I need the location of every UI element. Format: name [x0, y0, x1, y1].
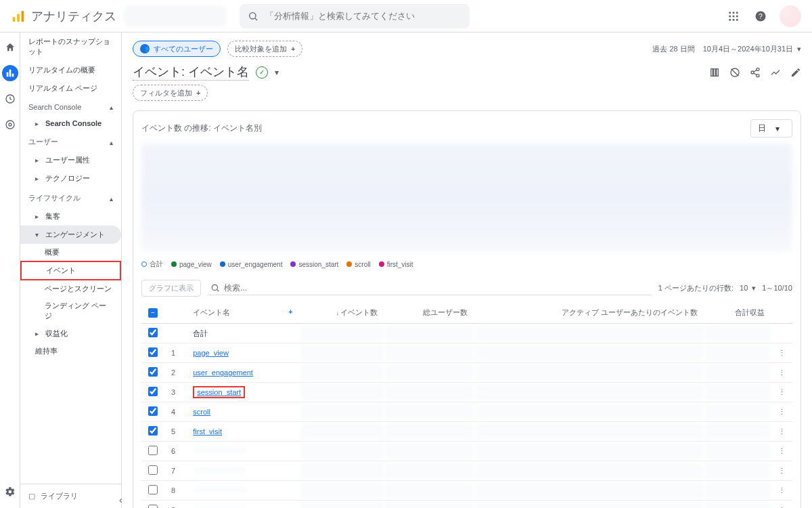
svg-point-27: [751, 71, 754, 74]
legend-page-view[interactable]: page_view: [171, 259, 212, 269]
col-total-revenue[interactable]: 合計収益: [704, 302, 771, 324]
date-range-picker[interactable]: 10月4日～2024年10月31日▾: [703, 44, 801, 54]
row-checkbox[interactable]: [148, 406, 158, 416]
add-dimension-icon[interactable]: +: [288, 308, 292, 316]
row-checkbox[interactable]: [148, 387, 158, 396]
sidebar-tech[interactable]: ▸テクノロジー: [20, 169, 121, 188]
row-checkbox[interactable]: [148, 465, 158, 475]
segment-all-users[interactable]: 👥 すべてのユーザー: [133, 41, 221, 57]
global-search[interactable]: [240, 4, 470, 28]
checkbox-mixed-icon[interactable]: −: [148, 308, 158, 318]
sidebar-engagement[interactable]: ▾エンゲージメント: [20, 226, 121, 244]
sidebar-snapshot[interactable]: レポートのスナップショット: [20, 33, 121, 61]
col-event-count[interactable]: ↓イベント数: [300, 302, 385, 324]
page-title[interactable]: イベント: イベント名: [133, 64, 249, 81]
chart-legend: 合計 page_view user_engagement session_sta…: [141, 257, 792, 274]
sidebar-library[interactable]: ▢ ライブラリ: [20, 484, 121, 508]
legend-first-visit[interactable]: first_visit: [379, 259, 413, 269]
share-icon[interactable]: [750, 67, 761, 78]
svg-point-11: [729, 18, 731, 20]
legend-session-start[interactable]: session_start: [290, 259, 338, 269]
sidebar-realtime-pages[interactable]: リアルタイム ページ: [20, 79, 121, 98]
sidebar-pages-screens[interactable]: ページとスクリーン: [20, 280, 121, 297]
event-link[interactable]: scroll: [193, 408, 210, 416]
sidebar-search-console[interactable]: ▸Search Console: [20, 115, 121, 131]
row-menu-icon[interactable]: ⋮: [771, 383, 792, 402]
event-link[interactable]: session_start: [193, 386, 245, 398]
legend-scroll[interactable]: scroll: [346, 259, 370, 269]
sidebar-engagement-events[interactable]: イベント: [20, 261, 121, 280]
row-menu-icon[interactable]: ⋮: [771, 461, 792, 481]
plus-icon: +: [196, 89, 200, 97]
sidebar-engagement-overview[interactable]: 概要: [20, 244, 121, 261]
rail-admin-icon[interactable]: [2, 484, 18, 500]
row-checkbox[interactable]: [148, 505, 158, 508]
row-menu-icon[interactable]: ⋮: [771, 363, 792, 383]
table-search-input[interactable]: [224, 283, 649, 293]
insights-icon[interactable]: [770, 67, 781, 78]
sidebar-acquisition[interactable]: ▸集客: [20, 207, 121, 226]
svg-point-12: [733, 18, 735, 20]
sidebar-realtime-overview[interactable]: リアルタイムの概要: [20, 61, 121, 79]
status-ok-icon[interactable]: ✓: [256, 66, 268, 79]
row-menu-icon[interactable]: ⋮: [771, 442, 792, 461]
table-row: 2 user_engagement ⋮: [141, 363, 792, 383]
add-filter-button[interactable]: フィルタを追加+: [133, 85, 208, 101]
row-menu-icon[interactable]: ⋮: [771, 343, 792, 363]
search-icon: [248, 11, 258, 22]
col-event-name[interactable]: イベント名 +: [186, 302, 299, 324]
row-checkbox[interactable]: [148, 426, 158, 436]
sidebar-section-search-console[interactable]: Search Console: [20, 98, 121, 115]
row-index: 1: [164, 343, 186, 363]
row-checkbox[interactable]: [148, 328, 158, 337]
add-comparison-button[interactable]: 比較対象を追加+: [227, 41, 302, 57]
main-content: 👥 すべてのユーザー 比較対象を追加+ 過去 28 日間 10月4日～2024年…: [122, 33, 812, 508]
sidebar-retention[interactable]: 維持率: [20, 343, 121, 360]
plot-rows-button[interactable]: グラフに表示: [141, 280, 201, 297]
help-icon[interactable]: ?: [752, 8, 769, 24]
granularity-select[interactable]: 日▾: [750, 119, 792, 137]
edit-icon[interactable]: [790, 67, 801, 78]
event-link[interactable]: user_engagement: [193, 368, 253, 377]
legend-user-engagement[interactable]: user_engagement: [220, 259, 283, 269]
rail-explore-icon[interactable]: [2, 91, 18, 107]
col-checkbox[interactable]: −: [141, 302, 164, 324]
customize-columns-icon[interactable]: [709, 67, 720, 78]
event-link[interactable]: page_view: [193, 349, 229, 357]
property-selector[interactable]: [125, 5, 226, 27]
row-checkbox[interactable]: [148, 446, 158, 455]
row-checkbox[interactable]: [148, 347, 158, 357]
row-index: 8: [164, 481, 186, 501]
svg-point-21: [9, 123, 12, 126]
rail-home-icon[interactable]: [2, 39, 18, 56]
legend-total[interactable]: 合計: [141, 259, 163, 269]
row-index: 3: [164, 383, 186, 402]
search-input[interactable]: [265, 11, 461, 21]
chart-title: イベント数 の推移: イベント名別: [141, 123, 262, 134]
table-search[interactable]: [208, 281, 652, 295]
col-total-users[interactable]: 総ユーザー数: [384, 302, 474, 324]
sidebar-section-lifecycle[interactable]: ライフサイクル: [20, 188, 121, 207]
user-avatar[interactable]: [780, 5, 801, 27]
event-link[interactable]: first_visit: [193, 427, 222, 436]
sidebar-monetization[interactable]: ▸収益化: [20, 324, 121, 343]
row-menu-icon[interactable]: ⋮: [771, 422, 792, 442]
chevron-down-icon[interactable]: ▾: [275, 68, 279, 77]
row-menu-icon[interactable]: ⋮: [771, 481, 792, 501]
rail-reports-icon[interactable]: [2, 65, 18, 81]
col-events-per-active[interactable]: アクティブ ユーザーあたりのイベント数: [474, 302, 705, 324]
rows-per-page-select[interactable]: 10▾: [739, 283, 757, 293]
row-menu-icon[interactable]: ⋮: [771, 501, 792, 509]
row-checkbox[interactable]: [148, 485, 158, 494]
sidebar-landing[interactable]: ランディング ページ: [20, 297, 121, 324]
sidebar-collapse-handle[interactable]: ‹: [119, 494, 122, 505]
sidebar-section-user[interactable]: ユーザー: [20, 131, 121, 151]
row-checkbox[interactable]: [148, 367, 158, 377]
data-quality-icon[interactable]: [729, 67, 740, 78]
sidebar-user-attr[interactable]: ▸ユーザー属性: [20, 151, 121, 169]
row-index: 2: [164, 363, 186, 383]
chart-area[interactable]: [141, 143, 792, 251]
apps-icon[interactable]: [725, 8, 742, 24]
rail-ads-icon[interactable]: [2, 117, 18, 133]
row-menu-icon[interactable]: ⋮: [771, 402, 792, 422]
